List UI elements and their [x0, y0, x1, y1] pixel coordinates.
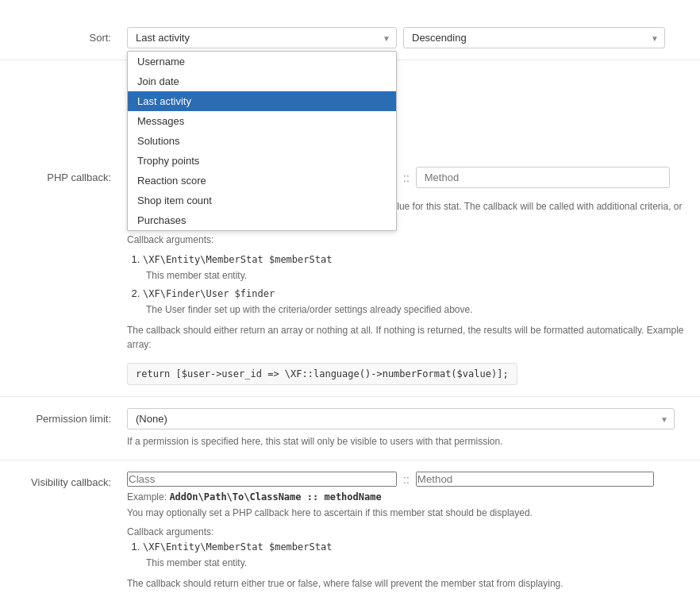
- sort-dropdown-wrapper: Username Join date Last activity Message…: [127, 27, 397, 48]
- dropdown-item-purchases[interactable]: Purchases: [128, 210, 396, 230]
- php-callback-arguments-list: \XF\Entity\MemberStat $memberStat This m…: [143, 252, 684, 317]
- visibility-callback-arg-1-entity: \XF\Entity\MemberStat $memberStat: [143, 541, 332, 553]
- sort-dropdown-overlay: Username Join date Last activity Message…: [127, 51, 397, 231]
- dropdown-item-shop-item-count[interactable]: Shop item count: [128, 191, 396, 210]
- visibility-callback-arg-1-desc: This member stat entity.: [146, 557, 247, 568]
- php-callback-label: PHP callback:: [16, 167, 127, 183]
- php-callback-arg-1-desc: This member stat entity.: [146, 270, 247, 281]
- visibility-callback-example-label: Example:: [127, 491, 167, 503]
- sort-selects: Username Join date Last activity Message…: [127, 27, 684, 48]
- php-callback-arg-1-entity: \XF\Entity\MemberStat $memberStat: [143, 254, 332, 265]
- sort-row: Sort: Username Join date Last activity M…: [0, 16, 700, 60]
- visibility-callback-content: :: Example: AddOn\Path\To\ClassName :: m…: [127, 472, 684, 591]
- visibility-callback-row: Visibility callback: :: Example: AddOn\P…: [0, 460, 700, 597]
- permission-limit-content: (None) ▼ If a permission is specified he…: [127, 408, 684, 449]
- php-callback-return-hint: The callback should either return an arr…: [127, 323, 684, 352]
- sort-select[interactable]: Username Join date Last activity Message…: [127, 27, 397, 48]
- permission-limit-select[interactable]: (None): [127, 408, 675, 429]
- visibility-callback-inputs: ::: [127, 472, 684, 487]
- php-callback-arg-2: \XF\Finder\User $finder The User finder …: [143, 286, 684, 317]
- sort-label: Sort:: [16, 27, 127, 44]
- page-container: Sort: Username Join date Last activity M…: [0, 0, 700, 597]
- visibility-callback-return-hint: The callback should return either true o…: [127, 576, 684, 591]
- dropdown-item-trophy-points[interactable]: Trophy points: [128, 151, 396, 171]
- php-callback-arg-2-desc: The User finder set up with the criteria…: [146, 304, 473, 315]
- permission-limit-label: Permission limit:: [16, 408, 127, 425]
- sort-content: Username Join date Last activity Message…: [127, 27, 684, 48]
- php-callback-separator: ::: [400, 171, 413, 184]
- php-callback-method-input[interactable]: [416, 167, 670, 188]
- php-callback-code: return [$user->user_id => \XF::language(…: [127, 363, 517, 385]
- visibility-callback-example: Example: AddOn\Path\To\ClassName :: meth…: [127, 491, 684, 503]
- dropdown-item-last-activity[interactable]: Last activity: [128, 91, 396, 111]
- dropdown-item-reaction-score[interactable]: Reaction score: [128, 171, 396, 191]
- dropdown-item-username[interactable]: Username: [128, 52, 396, 71]
- php-callback-arg-2-entity: \XF\Finder\User $finder: [143, 288, 275, 299]
- permission-select-wrapper: (None) ▼: [127, 408, 675, 429]
- dropdown-item-messages[interactable]: Messages: [128, 111, 396, 131]
- order-select[interactable]: Descending Ascending: [403, 27, 665, 48]
- visibility-callback-method-input[interactable]: [416, 472, 654, 487]
- permission-limit-hint: If a permission is specified here, this …: [127, 434, 684, 449]
- php-callback-arguments-title: Callback arguments:: [127, 233, 684, 247]
- php-callback-arg-1: \XF\Entity\MemberStat $memberStat This m…: [143, 252, 684, 283]
- visibility-callback-arguments-list: \XF\Entity\MemberStat $memberStat This m…: [143, 539, 684, 570]
- visibility-callback-arguments-title: Callback arguments:: [127, 525, 684, 539]
- visibility-callback-arg-1: \XF\Entity\MemberStat $memberStat This m…: [143, 539, 684, 570]
- dropdown-item-solutions[interactable]: Solutions: [128, 131, 396, 151]
- visibility-callback-hint: You may optionally set a PHP callback he…: [127, 506, 684, 520]
- dropdown-item-join-date[interactable]: Join date: [128, 71, 396, 91]
- order-dropdown-wrapper: Descending Ascending ▼: [403, 27, 665, 48]
- visibility-callback-example-value: AddOn\Path\To\ClassName :: methodName: [169, 491, 381, 503]
- permission-limit-row: Permission limit: (None) ▼ If a permissi…: [0, 397, 700, 460]
- visibility-callback-label: Visibility callback:: [16, 472, 127, 488]
- visibility-callback-class-input[interactable]: [127, 472, 397, 487]
- visibility-callback-separator: ::: [400, 473, 413, 486]
